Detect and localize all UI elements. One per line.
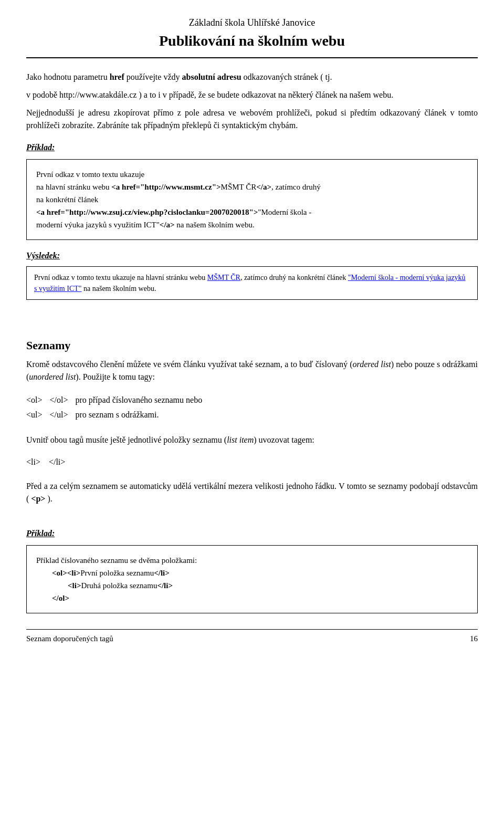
intro-p1: Jako hodnotu parametru href používejte v… (26, 71, 478, 83)
pred-za-p: Před a za celým seznamem se automaticky … (26, 480, 478, 505)
priklad1-label: Příklad: (26, 141, 478, 154)
code-line3: na konkrétní článek (36, 195, 98, 204)
tag-ul-open: <ul> (26, 408, 50, 422)
footer-text: Seznam doporučených tagů (26, 633, 113, 645)
tag-ul-desc: pro seznam s odrážkami. (75, 408, 209, 422)
code-line4: <a href="http://www.zsuj.cz/view.php?cis… (36, 208, 311, 216)
intro-p3: Nejjednodušší je adresu zkopírovat přímo… (26, 107, 478, 132)
tag-row-ul: <ul> </ul> pro seznam s odrážkami. (26, 408, 209, 422)
absolutni-bold: absolutní adresu (182, 72, 242, 81)
priklad2-line3: <li>Druhá položka seznamu</li> (52, 581, 173, 590)
vysledek1-label: Výsledek: (26, 249, 478, 262)
seznamy-p1: Kromě odstavcového členění můžete ve své… (26, 358, 478, 383)
tag-ol-desc: pro případ číslovaného seznamu nebo (75, 393, 209, 408)
tag-li-close: </li> (49, 457, 65, 466)
code-line1: První odkaz v tomto textu ukazuje (36, 170, 144, 179)
tag-li-open: <li> (26, 457, 40, 466)
p-tag-bold: <p> (31, 494, 45, 503)
ordered-list-label: ordered list (353, 360, 391, 369)
unordered-list-label: unordered list (29, 372, 76, 381)
page-title: Publikování na školním webu (26, 30, 478, 52)
seznamy-heading: Seznamy (26, 337, 478, 354)
result-text1: První odkaz v tomto textu ukazuje na hla… (34, 274, 207, 281)
page-header: Základní škola Uhlířské Janovice Publiko… (26, 16, 478, 58)
priklad2-line2: <ol><li>První položka seznamu</li> (52, 569, 170, 577)
tag-ul-close: </ul> (50, 408, 76, 422)
list-item-label: list item (227, 435, 254, 444)
priklad2-line4: </ol> (52, 594, 69, 602)
uvnitr-section: Uvnitř obou tagů musíte ještě jednotlivé… (26, 434, 478, 446)
intro-p2: v podobě http://www.atakdále.cz ) a to i… (26, 89, 478, 101)
tag-table: <ol> </ol> pro případ číslovaného seznam… (26, 393, 209, 422)
tag-row-ol: <ol> </ol> pro případ číslovaného seznam… (26, 393, 209, 408)
code-box-1: První odkaz v tomto textu ukazuje na hla… (26, 159, 478, 240)
result-box-1: První odkaz v tomto textu ukazuje na hla… (26, 266, 478, 300)
footer-page: 16 (470, 633, 478, 645)
code-line2: na hlavní stránku webu <a href="http://w… (36, 183, 321, 191)
code-line5: moderní výuka jazyků s využitím ICT"</a>… (36, 221, 255, 229)
seznamy-p1-section: Kromě odstavcového členění můžete ve své… (26, 358, 478, 383)
result-text3: na našem školním webu. (82, 285, 156, 293)
priklad2-label: Příklad: (26, 527, 478, 540)
uvnitr-p: Uvnitř obou tagů musíte ještě jednotlivé… (26, 434, 478, 446)
tag-ol-open: <ol> (26, 393, 50, 408)
result-link1[interactable]: MŠMT ČR (207, 274, 240, 281)
priklad2-line1: Příklad číslovaného seznamu se dvěma pol… (36, 556, 197, 565)
result-text2: , zatímco druhý na konkrétní článek (240, 274, 348, 281)
intro-section: Jako hodnotu parametru href používejte v… (26, 71, 478, 132)
li-tag-row: <li> </li> (26, 456, 478, 468)
tag-ol-close: </ol> (50, 393, 76, 408)
code-box-2: Příklad číslovaného seznamu se dvěma pol… (26, 545, 478, 613)
school-name: Základní škola Uhlířské Janovice (26, 16, 478, 30)
page-footer: Seznam doporučených tagů 16 (26, 629, 478, 645)
priklad2-code: <ol><li>První položka seznamu</li> <li>D… (52, 567, 468, 604)
href-bold: href (110, 72, 124, 81)
pred-za-section: Před a za celým seznamem se automaticky … (26, 480, 478, 505)
